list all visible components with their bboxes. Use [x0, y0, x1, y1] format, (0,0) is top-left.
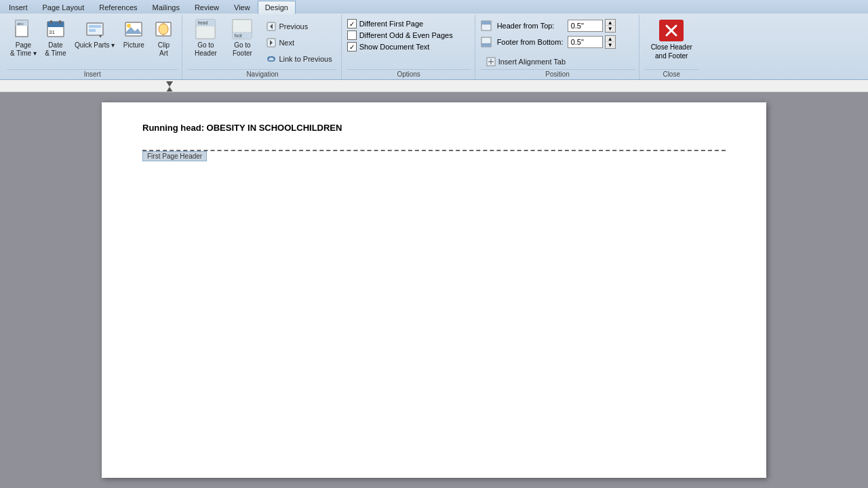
show-doc-text-label: Show Document Text: [359, 43, 430, 51]
next-button[interactable]: Next: [261, 35, 336, 50]
diff-first-page-checkbox[interactable]: [347, 19, 357, 28]
header-zone[interactable]: Running head: OBESITY IN SCHOOLCHILDREN …: [142, 123, 726, 161]
svg-rect-6: [59, 20, 61, 24]
tab-mailings[interactable]: Mailings: [145, 0, 187, 14]
header-top-up[interactable]: ▲: [606, 20, 615, 26]
svg-rect-32: [481, 21, 491, 24]
picture-button[interactable]: Picture: [119, 16, 148, 64]
alignment-tab-icon: [486, 56, 496, 67]
goto-header-icon: head: [195, 18, 216, 40]
svg-text:▾: ▾: [99, 33, 102, 39]
group-close: Close Headerand Footer Close: [641, 15, 703, 79]
footer-from-bottom-input[interactable]: 0.5": [568, 36, 603, 48]
close-header-footer-button[interactable]: Close Headerand Footer: [645, 16, 698, 64]
header-from-top-label: Header from Top:: [497, 22, 565, 30]
clip-art-button[interactable]: ClipArt: [149, 16, 178, 64]
page-icon: abc: [12, 18, 34, 40]
previous-label: Previous: [279, 22, 308, 30]
link-to-previous-label: Link to Previous: [279, 55, 332, 63]
svg-rect-10: [89, 29, 96, 32]
svg-point-14: [127, 24, 131, 28]
insert-alignment-tab-label: Insert Alignment Tab: [498, 58, 566, 66]
tab-view[interactable]: View: [226, 0, 258, 14]
footer-from-bottom-spinners: ▲ ▼: [605, 35, 616, 49]
next-icon: [266, 37, 277, 48]
footer-bottom-up[interactable]: ▲: [606, 36, 615, 42]
svg-text:head: head: [198, 20, 208, 25]
svg-point-16: [159, 24, 168, 35]
group-insert-items: abc Page& Time ▾: [7, 15, 178, 69]
quick-parts-button[interactable]: ▾ Quick Parts ▾: [71, 16, 118, 64]
page-button[interactable]: abc Page& Time ▾: [7, 16, 40, 64]
show-doc-text-option[interactable]: Show Document Text: [347, 42, 453, 52]
ribbon-tabs: Insert Page Layout References Mailings R…: [0, 0, 868, 14]
group-close-items: Close Headerand Footer: [645, 15, 698, 69]
ribbon: Insert Page Layout References Mailings R…: [0, 0, 868, 80]
group-position: Header from Top: 0.5" ▲ ▼: [477, 15, 639, 79]
header-from-top-row: Header from Top: 0.5" ▲ ▼: [481, 19, 616, 33]
close-button-label: Close Headerand Footer: [651, 43, 692, 60]
group-position-label: Position: [481, 69, 635, 79]
group-options-items: Different First Page Different Odd & Eve…: [347, 15, 471, 69]
quick-parts-label: Quick Parts ▾: [75, 41, 115, 49]
document-area: Running head: OBESITY IN SCHOOLCHILDREN …: [0, 92, 868, 488]
tab-insert[interactable]: Insert: [1, 0, 35, 14]
ribbon-content: abc Page& Time ▾: [0, 14, 868, 81]
svg-text:abc: abc: [17, 22, 24, 26]
date-time-button[interactable]: 31 Date& Time: [41, 16, 70, 64]
next-label: Next: [279, 39, 294, 47]
date-icon: 31: [45, 18, 66, 40]
position-controls: Header from Top: 0.5" ▲ ▼: [481, 16, 616, 69]
previous-icon: [266, 21, 277, 32]
date-time-label: Date& Time: [45, 41, 66, 58]
header-from-top-input[interactable]: 0.5": [568, 20, 603, 32]
tab-review[interactable]: Review: [187, 0, 226, 14]
group-options-label: Options: [347, 69, 471, 79]
insert-alignment-tab-button[interactable]: Insert Alignment Tab: [481, 54, 616, 69]
group-insert: abc Page& Time ▾: [3, 15, 182, 79]
goto-header-label: Go toHeader: [195, 41, 217, 58]
tab-page-layout[interactable]: Page Layout: [35, 0, 92, 14]
group-navigation: head Go toHeader foot: [184, 15, 341, 79]
quick-parts-icon: ▾: [84, 18, 106, 40]
options-list: Different First Page Different Odd & Eve…: [347, 16, 453, 52]
show-doc-text-checkbox[interactable]: [347, 42, 357, 52]
picture-label: Picture: [123, 41, 144, 49]
nav-column: Previous Next: [261, 16, 336, 66]
diff-odd-even-checkbox[interactable]: [347, 30, 357, 40]
group-close-label: Close: [645, 69, 698, 79]
footer-from-bottom-label: Footer from Bottom:: [497, 38, 565, 46]
goto-header-button[interactable]: head Go toHeader: [188, 16, 223, 64]
ruler: [0, 80, 868, 92]
header-top-down[interactable]: ▼: [606, 26, 615, 32]
goto-footer-icon: foot: [231, 18, 253, 40]
header-pos-icon: [481, 20, 492, 31]
document-page[interactable]: Running head: OBESITY IN SCHOOLCHILDREN …: [102, 102, 766, 478]
svg-rect-42: [88, 80, 868, 92]
header-text: Running head: OBESITY IN SCHOOLCHILDREN: [142, 123, 726, 146]
first-page-header-label: First Page Header: [142, 151, 207, 161]
group-position-items: Header from Top: 0.5" ▲ ▼: [481, 15, 635, 69]
diff-odd-even-label: Different Odd & Even Pages: [359, 31, 453, 39]
footer-from-bottom-value: 0.5": [570, 38, 585, 46]
diff-first-page-label: Different First Page: [359, 20, 424, 28]
page-label: Page& Time ▾: [10, 41, 37, 58]
clip-art-label: ClipArt: [158, 41, 170, 58]
diff-odd-even-option[interactable]: Different Odd & Even Pages: [347, 30, 453, 40]
footer-bottom-down[interactable]: ▼: [606, 42, 615, 48]
goto-footer-button[interactable]: foot Go toFooter: [224, 16, 260, 64]
link-to-previous-button[interactable]: Link to Previous: [261, 52, 336, 66]
diff-first-page-option[interactable]: Different First Page: [347, 19, 453, 28]
tab-references[interactable]: References: [92, 0, 144, 14]
group-insert-label: Insert: [7, 69, 178, 79]
close-x-icon: [659, 20, 684, 41]
group-options: Different First Page Different Odd & Eve…: [343, 15, 475, 79]
svg-rect-9: [89, 25, 101, 28]
svg-text:foot: foot: [235, 33, 242, 38]
previous-button[interactable]: Previous: [261, 19, 336, 34]
tab-design[interactable]: Design: [258, 1, 296, 14]
header-dashed-line: [142, 150, 726, 151]
goto-footer-label: Go toFooter: [233, 41, 252, 58]
group-navigation-label: Navigation: [188, 69, 336, 79]
link-icon: [266, 54, 277, 64]
